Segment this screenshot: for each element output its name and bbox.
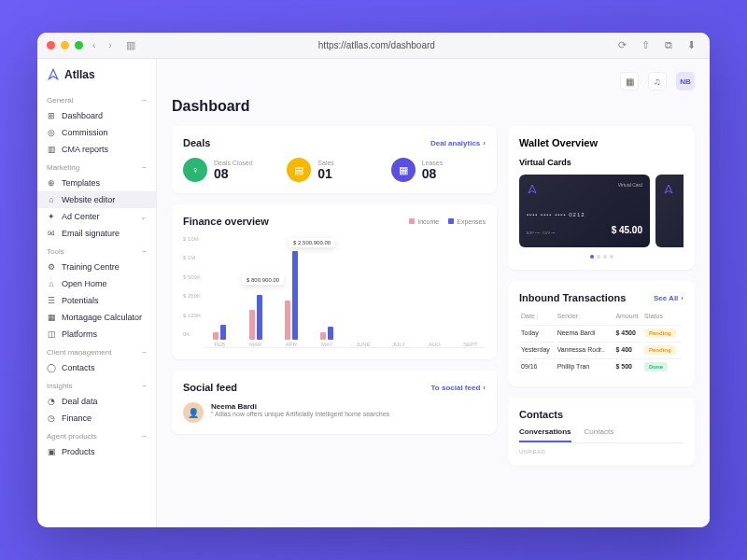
sidebar-item-label: Potentials — [62, 296, 99, 305]
sidebar-item-icon: ◯ — [47, 363, 56, 372]
download-icon[interactable]: ⬇ — [683, 39, 700, 51]
virtual-card[interactable]: Virtual Card •••• •••• •••• 0212 EXP •••… — [519, 175, 650, 247]
collapse-icon: − — [142, 382, 147, 390]
maximize-icon[interactable] — [75, 41, 83, 49]
tab-conversations[interactable]: Conversations — [519, 427, 571, 442]
chevron-right-icon: › — [483, 384, 486, 392]
sidebar-item[interactable]: ▦Mortagage Calculator — [37, 309, 156, 326]
sidebar-item-label: Contacts — [62, 363, 95, 372]
carousel-dots[interactable] — [519, 255, 684, 259]
wallet-title: Wallet Overview — [519, 137, 684, 148]
app-window: ‹ › ▥ https://atllas.com/dashboard ⟳ ⇧ ⧉… — [37, 33, 710, 527]
page-title: Dashboard — [172, 98, 695, 115]
sidebar-item-label: Mortagage Calculator — [62, 313, 142, 322]
sidebar-item-label: Templates — [62, 178, 100, 188]
sidebar-item[interactable]: ◔Deal data — [37, 393, 156, 410]
sidebar-group-header[interactable]: Insights− — [37, 376, 156, 393]
virtual-card[interactable] — [655, 175, 684, 247]
social-card: Social feed To social feed› 👤 Neema Bard… — [172, 371, 497, 434]
see-all-link[interactable]: See All › — [654, 294, 684, 302]
deal-stat: ♀Deals Closed08 — [183, 158, 277, 182]
sidebar-item[interactable]: ▥CMA reports — [37, 141, 156, 158]
sidebar-item-label: Dashboard — [62, 111, 103, 120]
bar-income — [285, 301, 290, 340]
sidebar-item-icon: ◔ — [47, 397, 56, 406]
main-content: ▦ ♫ NB Dashboard Deals Deal analytics› ♀… — [157, 59, 710, 527]
table-row[interactable]: YesterdayVannessa Rodr..$ 400Pending — [521, 342, 682, 357]
social-title: Social feed — [183, 382, 237, 393]
social-author: Neema Bardi — [211, 402, 389, 411]
sidebar-group-header[interactable]: Marketing− — [37, 158, 156, 175]
sidebar-item-icon: ◫ — [47, 329, 56, 339]
table-row[interactable]: 09/16Phillip Tran$ 500Done — [521, 358, 682, 373]
bar-expenses — [220, 325, 226, 340]
sidebar-item-icon: ⊞ — [47, 111, 56, 120]
card-number: •••• •••• •••• 0212 — [527, 212, 642, 217]
tabs-icon[interactable]: ⧉ — [660, 39, 677, 51]
sidebar-item[interactable]: ▣Products — [37, 443, 156, 460]
virtual-cards-label: Virtual Cards — [519, 158, 684, 167]
sidebar-item[interactable]: ◎Commission — [37, 124, 156, 141]
social-feed-link[interactable]: To social feed› — [431, 384, 486, 392]
deals-card: Deals Deal analytics› ♀Deals Closed08▤Sa… — [172, 126, 497, 193]
browser-titlebar: ‹ › ▥ https://atllas.com/dashboard ⟳ ⇧ ⧉… — [37, 33, 710, 59]
bar-expenses — [292, 251, 298, 340]
close-icon[interactable] — [47, 41, 55, 49]
bar-income — [320, 332, 326, 340]
sidebar-item[interactable]: ⌂Website editor — [37, 191, 156, 208]
sidebar-item[interactable]: ⚙Training Centre — [37, 259, 156, 275]
sidebar-item[interactable]: ✦Ad Center⌄ — [37, 208, 156, 225]
chart-tooltip: $ 800,900.00 — [242, 275, 284, 285]
forward-button[interactable]: › — [105, 40, 115, 50]
sidebar-item[interactable]: ◯Contacts — [37, 359, 156, 376]
sidebar-item-icon: ✉ — [47, 229, 56, 238]
share-icon[interactable]: ⇧ — [637, 39, 655, 51]
table-row[interactable]: TodayNeema Bardi$ 4500Pending — [521, 325, 682, 340]
stat-icon: ▦ — [391, 158, 416, 182]
bar-expenses — [257, 295, 262, 340]
bell-icon[interactable]: ♫ — [648, 72, 667, 91]
collapse-icon: − — [142, 163, 147, 172]
minimize-icon[interactable] — [61, 41, 69, 49]
sidebar-item-icon: ✦ — [47, 212, 56, 221]
unread-label: UNREAD — [519, 449, 684, 455]
finance-card: Finance overview Income Expenses $ 10M$ … — [172, 204, 497, 359]
sidebar-item-icon: ◷ — [47, 413, 56, 423]
sidebar-item-icon: ⌂ — [47, 279, 56, 288]
sidebar: Atllas General−⊞Dashboard◎Commission▥CMA… — [37, 59, 157, 527]
sidebar-group-header[interactable]: Agent products− — [37, 427, 156, 443]
transactions-table: Date : Sender Amount Status TodayNeema B… — [519, 311, 684, 375]
avatar[interactable]: NB — [676, 72, 695, 91]
transactions-title: Inbound Transactions — [519, 292, 626, 303]
sidebar-item[interactable]: ⊕Templates — [37, 175, 156, 191]
brand-name: Atllas — [64, 68, 95, 81]
sidebar-item[interactable]: ⊞Dashboard — [37, 107, 156, 124]
sidebar-item-label: Deal data — [62, 397, 98, 406]
contacts-card: Contacts Conversations Contacts UNREAD — [508, 398, 695, 466]
sidebar-group-header[interactable]: Client management− — [37, 343, 156, 359]
tab-contacts[interactable]: Contacts — [585, 427, 614, 442]
chart-bar-group: AUG — [419, 246, 449, 347]
url-bar[interactable]: https://atllas.com/dashboard — [146, 40, 608, 50]
sidebar-item[interactable]: ◫Platforms — [37, 326, 156, 343]
reload-icon[interactable]: ⟳ — [613, 39, 631, 51]
sidebar-group-header[interactable]: General− — [37, 91, 156, 107]
back-button[interactable]: ‹ — [89, 40, 99, 50]
chart-bar-group: APR — [276, 246, 306, 347]
sidebar-item[interactable]: ☰Potentials — [37, 292, 156, 309]
calendar-icon[interactable]: ▦ — [620, 72, 639, 91]
sidebar-item-label: Open Home — [62, 279, 107, 288]
sidebar-item-label: Finance — [62, 413, 92, 423]
sidebar-item[interactable]: ✉Email signature — [37, 225, 156, 242]
top-actions: ▦ ♫ NB — [172, 72, 695, 91]
sidebar-item[interactable]: ⌂Open Home — [37, 275, 156, 292]
sidebar-group-header[interactable]: Tools− — [37, 242, 156, 259]
avatar[interactable]: 👤 — [183, 402, 204, 423]
deal-analytics-link[interactable]: Deal analytics› — [430, 139, 486, 147]
brand-logo[interactable]: Atllas — [37, 68, 156, 91]
chart-bar-group: JUNE — [348, 246, 378, 347]
sidebar-item-label: Training Centre — [62, 262, 120, 272]
card-amount: $ 45.00 — [612, 225, 642, 235]
sidebar-icon[interactable]: ▥ — [121, 39, 140, 51]
sidebar-item[interactable]: ◷Finance — [37, 410, 156, 427]
